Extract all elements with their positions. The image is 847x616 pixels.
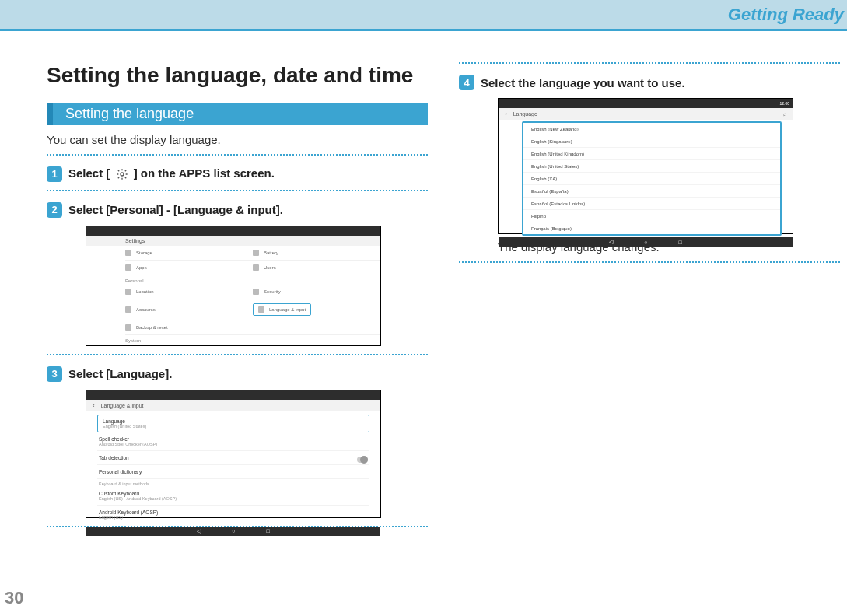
- step-badge: 3: [47, 366, 62, 382]
- nav-back-icon[interactable]: ◁: [609, 239, 613, 245]
- step-badge: 2: [47, 202, 62, 218]
- row-custom-keyboard[interactable]: Custom Keyboard English (US) - Android K…: [97, 487, 369, 506]
- ss-title: Language & input: [101, 403, 144, 408]
- language-option[interactable]: English (Singapore): [523, 135, 780, 148]
- row-language[interactable]: Language English (United States): [97, 415, 369, 432]
- step-text: Select [Personal] - [Language & input].: [68, 203, 283, 216]
- page-content: Setting the language, date and time Sett…: [0, 31, 847, 538]
- separator: [459, 261, 840, 263]
- row-spell-checker[interactable]: Spell checker Android Spell Checker (AOS…: [97, 432, 369, 451]
- page-number: 30: [5, 588, 23, 608]
- label: Battery: [264, 250, 278, 255]
- settings-row-battery[interactable]: Battery: [253, 246, 380, 261]
- step-text: Select [Language].: [68, 367, 172, 380]
- category-system: System: [125, 335, 380, 345]
- separator: [47, 354, 428, 355]
- highlight-box: Language & input: [253, 303, 311, 316]
- back-icon[interactable]: ‹: [505, 110, 507, 117]
- settings-row-security[interactable]: Security: [253, 285, 380, 299]
- left-column: Setting the language, date and time Sett…: [47, 62, 428, 538]
- language-option[interactable]: Español (España): [523, 185, 780, 198]
- settings-row-accounts[interactable]: Accounts: [125, 299, 253, 320]
- separator: [459, 62, 840, 64]
- row-subtitle: English (US): [99, 515, 368, 520]
- row-tab-detection[interactable]: Tab detection: [97, 451, 369, 465]
- separator: [47, 154, 428, 156]
- subsection-header: Setting the language: [47, 103, 428, 125]
- ss-status-bar: 12:00: [499, 99, 793, 108]
- category-personal: Personal: [125, 275, 380, 285]
- step1-post: ] on the APPS list screen.: [134, 166, 275, 180]
- nav-recent-icon[interactable]: □: [679, 240, 682, 245]
- intro-text: You can set the display language.: [47, 133, 428, 146]
- settings-row-language-input[interactable]: Language & input: [253, 299, 380, 320]
- row-subtitle: Android Spell Checker (AOSP): [99, 442, 368, 446]
- backup-icon: [125, 324, 131, 331]
- ss-title: Language: [513, 111, 537, 117]
- step-badge: 4: [459, 75, 474, 90]
- language-option[interactable]: English (New Zealand): [523, 123, 780, 135]
- step-text: Select [ ] on the APPS list screen.: [68, 166, 275, 181]
- settings-row-users[interactable]: Users: [253, 261, 380, 275]
- step-1: 1 Select [ ] on the APPS list screen.: [47, 166, 428, 182]
- step1-pre: Select [: [68, 166, 110, 180]
- ss-nav-bar: ◁○□: [499, 237, 793, 247]
- search-icon[interactable]: ⌕: [783, 111, 786, 117]
- settings-row-storage[interactable]: Storage: [125, 246, 253, 261]
- toggle-switch[interactable]: [357, 457, 368, 463]
- nav-recent-icon[interactable]: □: [267, 528, 270, 534]
- row-subtitle: English (United States): [103, 424, 364, 429]
- row-android-keyboard[interactable]: Android Keyboard (AOSP) English (US): [97, 506, 369, 523]
- step-badge: 1: [47, 166, 62, 182]
- security-icon: [253, 289, 259, 295]
- step-text: Select the language you want to use.: [481, 76, 685, 89]
- step-3: 3 Select [Language].: [47, 366, 428, 382]
- label: Apps: [136, 265, 147, 270]
- row-title: Custom Keyboard: [99, 491, 368, 496]
- row-title: Android Keyboard (AOSP): [99, 509, 368, 515]
- back-icon[interactable]: ‹: [93, 402, 95, 409]
- screenshot-language-list: 12:00 ‹ Language ⌕ English (New Zealand)…: [498, 98, 793, 234]
- globe-icon: [258, 306, 264, 313]
- row-title: Tab detection: [99, 455, 368, 460]
- step-2: 2 Select [Personal] - [Language & input]…: [47, 202, 428, 218]
- label: Location: [136, 289, 154, 294]
- section-title: Setting the language, date and time: [47, 62, 428, 89]
- language-option[interactable]: Español (Estados Unidos): [523, 198, 780, 210]
- label: Language & input: [269, 306, 306, 311]
- settings-row-backup[interactable]: Backup & reset: [125, 320, 380, 335]
- language-option[interactable]: English (XA): [523, 173, 780, 185]
- ss-status-bar: [86, 390, 380, 400]
- language-option[interactable]: Français (Belgique): [523, 222, 780, 234]
- ss-status-bar: [86, 226, 380, 236]
- storage-icon: [125, 250, 131, 256]
- label: Security: [264, 289, 281, 294]
- label: Accounts: [136, 307, 156, 312]
- row-title: Spell checker: [99, 436, 368, 442]
- ss-title: Settings: [86, 236, 380, 246]
- ss-settings-grid: Storage Battery Apps Users Personal Loca…: [86, 246, 380, 345]
- language-option[interactable]: English (United States): [523, 160, 780, 173]
- nav-back-icon[interactable]: ◁: [197, 528, 201, 534]
- gear-icon: [115, 167, 129, 181]
- nav-home-icon[interactable]: ○: [644, 240, 647, 245]
- location-icon: [125, 289, 131, 295]
- separator: [47, 190, 428, 191]
- language-option[interactable]: English (United Kingdom): [523, 148, 780, 160]
- screenshot-language-input: ‹ Language & input Language English (Uni…: [86, 390, 381, 518]
- settings-row-apps[interactable]: Apps: [125, 261, 253, 275]
- row-title: Personal dictionary: [99, 469, 368, 474]
- row-title: Language: [103, 418, 364, 424]
- language-list-highlight: English (New Zealand) English (Singapore…: [522, 121, 782, 236]
- status-time: 12:00: [779, 101, 789, 106]
- ss-header: ‹ Language ⌕: [499, 108, 793, 120]
- nav-home-icon[interactable]: ○: [232, 528, 235, 534]
- settings-row-location[interactable]: Location: [125, 285, 253, 299]
- ss-header: ‹ Language & input: [86, 400, 380, 411]
- label: Backup & reset: [136, 325, 168, 330]
- row-personal-dictionary[interactable]: Personal dictionary: [97, 465, 369, 479]
- language-option[interactable]: Filipino: [523, 210, 780, 222]
- apps-icon: [125, 264, 131, 271]
- page-header-bar: Getting Ready: [0, 0, 847, 31]
- accounts-icon: [125, 306, 131, 313]
